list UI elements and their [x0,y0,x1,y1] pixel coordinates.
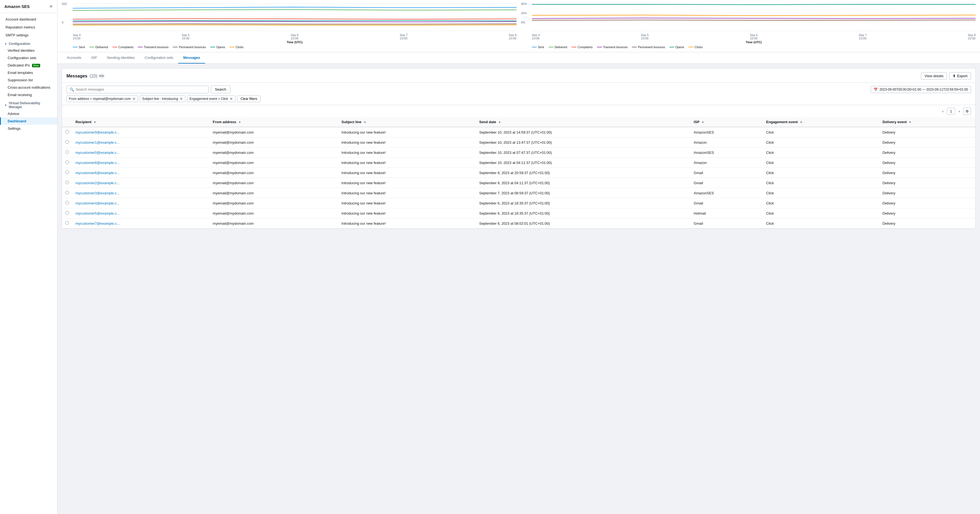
sidebar-item-reputation-metrics[interactable]: Reputation metrics [0,23,57,31]
row-radio[interactable] [65,160,69,164]
row-subject-line: Introducing our new feature! [338,208,476,219]
sidebar-section-configuration[interactable]: ▼ Configuration [0,39,57,47]
row-engagement-event: Click [763,188,880,198]
col-header-subject-line[interactable]: Subject line ▼ [338,117,476,127]
row-from-address: myemail@mydomain.com [210,137,338,147]
right-chart-x-labels: Sep 423:00 Sep 523:00 Sep 623:00 Sep 723… [532,34,975,40]
row-isp: Gmail [690,198,763,208]
row-from-address: myemail@mydomain.com [210,127,338,137]
recipient-link[interactable]: mycustomer2@example.c... [75,181,119,185]
row-select-cell[interactable] [62,188,72,198]
row-select-cell[interactable] [62,208,72,219]
right-chart-svg [532,2,975,32]
table-settings-button[interactable]: ⚙ [963,107,971,115]
row-subject-line: Introducing our new feature! [338,219,476,228]
sidebar-item-advisor[interactable]: Advisor [0,110,57,117]
tab-configuration-sets[interactable]: Configuration sets [140,52,178,64]
sidebar-item-dedicated-ips[interactable]: Dedicated IPs New [0,62,57,69]
messages-card: Messages (10) Info View details ⬆ Export… [62,68,975,229]
row-recipient: mycustomer5@example.c... [72,208,210,219]
row-send-date: September 6, 2023 at 18:35:37 (UTC+01:00… [476,198,690,208]
messages-actions: View details ⬆ Export [921,72,971,80]
sidebar-item-verified-identities[interactable]: Verified identities [0,47,57,54]
recipient-link[interactable]: mycustomer8@example.c... [75,161,119,165]
view-details-button[interactable]: View details [921,72,947,80]
recipient-link[interactable]: mycustomer1@example.c... [75,140,119,145]
row-select-cell[interactable] [62,198,72,208]
row-from-address: myemail@mydomain.com [210,219,338,228]
row-select-cell[interactable] [62,127,72,137]
tab-messages[interactable]: Messages [178,52,205,64]
table-row: mycustomer7@example.c... myemail@mydomai… [62,219,975,228]
sidebar-item-suppression-list[interactable]: Suppression list [0,77,57,84]
search-input[interactable] [76,87,205,91]
filter-remove-subject-line[interactable]: ✕ [180,97,183,101]
sidebar-item-email-receiving[interactable]: Email receiving [0,91,57,99]
row-recipient: mycustomer3@example.c... [72,188,210,198]
row-select-cell[interactable] [62,168,72,178]
row-send-date: September 8, 2023 at 04:11:37 (UTC+01:00… [476,178,690,188]
row-engagement-event: Click [763,137,880,147]
recipient-link[interactable]: mycustomer7@example.c... [75,222,119,225]
col-header-isp[interactable]: ISP ▼ [690,117,763,127]
tab-isp[interactable]: ISP [86,52,102,64]
col-header-from-address[interactable]: From address ▼ [210,117,338,127]
recipient-link[interactable]: mycustomer5@example.c... [75,211,119,215]
col-header-delivery-event[interactable]: Delivery event ▼ [880,117,975,127]
col-header-send-date[interactable]: Send date ▼ [476,117,690,127]
row-radio[interactable] [65,191,69,194]
search-button[interactable]: Search [211,85,230,93]
sidebar-close-button[interactable]: ✕ [49,4,53,9]
recipient-link[interactable]: mycustomer4@example.c... [75,201,119,205]
sidebar-section-vdm[interactable]: ▼ Virtual Deliverability Manager [0,99,57,110]
export-button[interactable]: ⬆ Export [949,72,971,80]
col-header-engagement-event[interactable]: Engagement event ▼ [763,117,880,127]
tab-sending-identities[interactable]: Sending identities [102,52,140,64]
row-radio[interactable] [65,171,69,174]
row-radio[interactable] [65,130,69,134]
info-icon[interactable]: Info [100,74,104,78]
sidebar-item-smtp-settings[interactable]: SMTP settings [0,31,57,39]
sidebar-section-label: Configuration [9,42,30,46]
sidebar-item-configuration-sets[interactable]: Configuration sets [0,54,57,62]
filter-remove-from-address[interactable]: ✕ [132,97,135,101]
row-select-cell[interactable] [62,158,72,168]
row-isp: Amazon [690,137,763,147]
chevron-down-icon: ▼ [5,104,7,107]
next-page-button[interactable]: › [956,108,962,115]
recipient-link[interactable]: mycustomer0@example.c... [75,150,119,155]
row-recipient: mycustomer8@example.c... [72,158,210,168]
sidebar-item-dashboard[interactable]: Dashboard [0,117,57,125]
row-radio[interactable] [65,201,69,204]
row-select-cell[interactable] [62,147,72,158]
left-chart-x-title: Time (UTC) [73,40,517,44]
recipient-link[interactable]: mycustomer9@example.c... [75,130,119,134]
sidebar-item-settings[interactable]: Settings [0,125,57,132]
row-select-cell[interactable] [62,219,72,228]
tab-accounts[interactable]: Accounts [62,52,86,64]
table-row: mycustomer3@example.c... myemail@mydomai… [62,188,975,198]
right-chart-y-labels: 40% 20% 0% [521,2,531,24]
clear-filters-button[interactable]: Clear filters [237,96,261,102]
recipient-link[interactable]: mycustomer3@example.c... [75,191,119,195]
row-radio[interactable] [65,211,69,215]
row-from-address: myemail@mydomain.com [210,178,338,188]
row-engagement-event: Click [763,168,880,178]
row-radio[interactable] [65,180,69,184]
row-radio[interactable] [65,221,69,225]
filter-remove-engagement-event[interactable]: ✕ [230,97,233,101]
recipient-link[interactable]: mycustomer6@example.c... [75,171,119,175]
row-subject-line: Introducing our new feature! [338,188,476,198]
sidebar-item-cross-account[interactable]: Cross-account notifications [0,84,57,91]
date-range-picker[interactable]: 📅 2023-09-05T00:00:00+01:00 — 2023-09-11… [870,86,971,93]
row-radio[interactable] [65,150,69,154]
filter-label: From address = myemail@mydomain.com [69,97,131,101]
row-radio[interactable] [65,140,69,144]
row-select-cell[interactable] [62,137,72,147]
sidebar-item-account-dashboard[interactable]: Account dashboard [0,15,57,23]
row-delivery-event: Delivery [880,147,975,158]
col-header-recipient[interactable]: Recipient ▼ [72,117,210,127]
sidebar-item-email-templates[interactable]: Email templates [0,69,57,77]
row-select-cell[interactable] [62,178,72,188]
prev-page-button[interactable]: ‹ [940,108,946,115]
